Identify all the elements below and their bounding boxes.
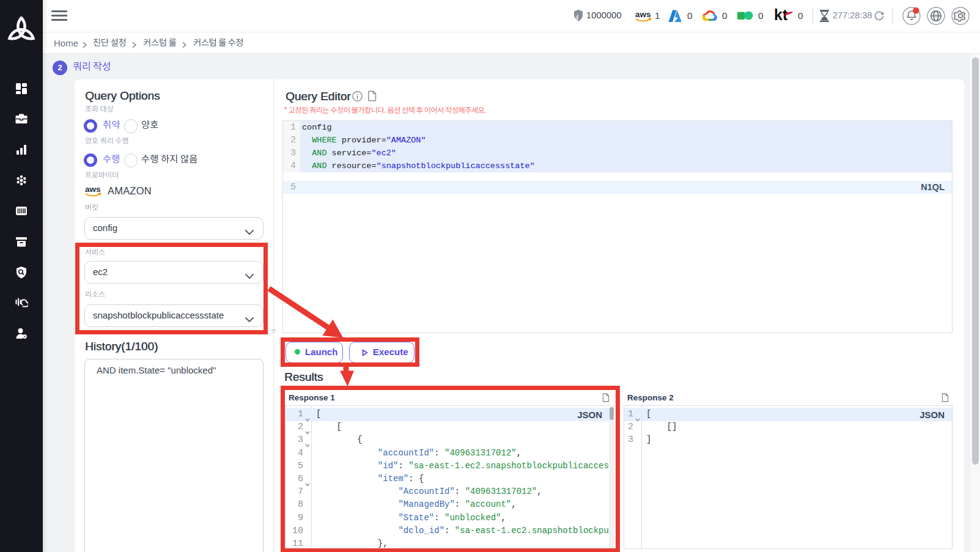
svg-text:aws: aws bbox=[635, 10, 651, 19]
svg-text:kt: kt bbox=[774, 8, 788, 23]
svg-text:aws: aws bbox=[85, 185, 101, 194]
